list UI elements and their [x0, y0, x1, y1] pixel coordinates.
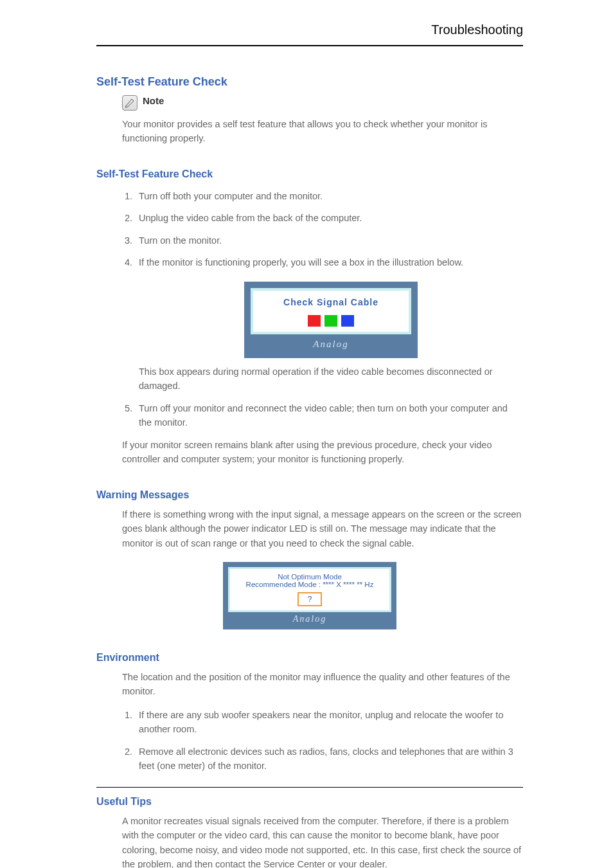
- osd2-bottom: Analog: [228, 614, 391, 624]
- osd-check-signal: Check Signal Cable Analog: [139, 282, 523, 358]
- step-3: Turn on the monitor.: [135, 233, 523, 248]
- useful-tips-heading: Useful Tips: [96, 796, 523, 808]
- osd-not-optimum: Not Optimum Mode Recommended Mode : ****…: [96, 562, 523, 629]
- osd1-title: Check Signal Cable: [253, 296, 409, 310]
- self-test-steps: Turn off both your computer and the moni…: [135, 189, 523, 430]
- osd1-bottom: Analog: [251, 337, 411, 352]
- useful-tip-a: A monitor recreates visual signals recei…: [122, 814, 523, 868]
- bottom-rule: [96, 787, 523, 788]
- osd2-question-box: ?: [298, 592, 323, 606]
- rgb-squares: [253, 315, 409, 327]
- environment-para: The location and the position of the mon…: [122, 670, 523, 699]
- osd2-line1: Not Optimum Mode: [230, 573, 389, 581]
- osd2-line2: Recommended Mode : **** X **** ** Hz: [230, 581, 389, 588]
- warning-messages-heading: Warning Messages: [96, 489, 523, 501]
- warning-messages-para: If there is something wrong with the inp…: [122, 507, 523, 550]
- note-row: Note: [122, 95, 523, 111]
- after-osd1: This box appears during normal operation…: [139, 365, 523, 393]
- green-square-icon: [324, 315, 337, 327]
- env-item-2: Remove all electronic devices such as ra…: [135, 745, 523, 773]
- step-2: Unplug the video cable from the back of …: [135, 211, 523, 225]
- step-1: Turn off both your computer and the moni…: [135, 189, 523, 203]
- note-label: Note: [143, 95, 164, 106]
- page-title: Troubleshooting: [431, 23, 523, 37]
- self-test-subheading: Self-Test Feature Check: [96, 168, 523, 180]
- environment-list: If there are any sub woofer speakers nea…: [135, 708, 523, 773]
- note-text: Your monitor provides a self test featur…: [122, 117, 523, 146]
- note-icon: [122, 95, 138, 111]
- environment-heading: Environment: [96, 652, 523, 664]
- step-4-text: If the monitor is functioning properly, …: [139, 257, 463, 267]
- env-item-1: If there are any sub woofer speakers nea…: [135, 708, 523, 737]
- step-4: If the monitor is functioning properly, …: [135, 255, 523, 393]
- red-square-icon: [308, 315, 321, 327]
- step-5: Turn off your monitor and reconnect the …: [135, 401, 523, 430]
- blue-square-icon: [341, 315, 354, 327]
- self-test-heading: Self-Test Feature Check: [96, 75, 523, 89]
- after-steps-para: If your monitor screen remains blank aft…: [122, 438, 523, 467]
- top-rule: [96, 45, 523, 46]
